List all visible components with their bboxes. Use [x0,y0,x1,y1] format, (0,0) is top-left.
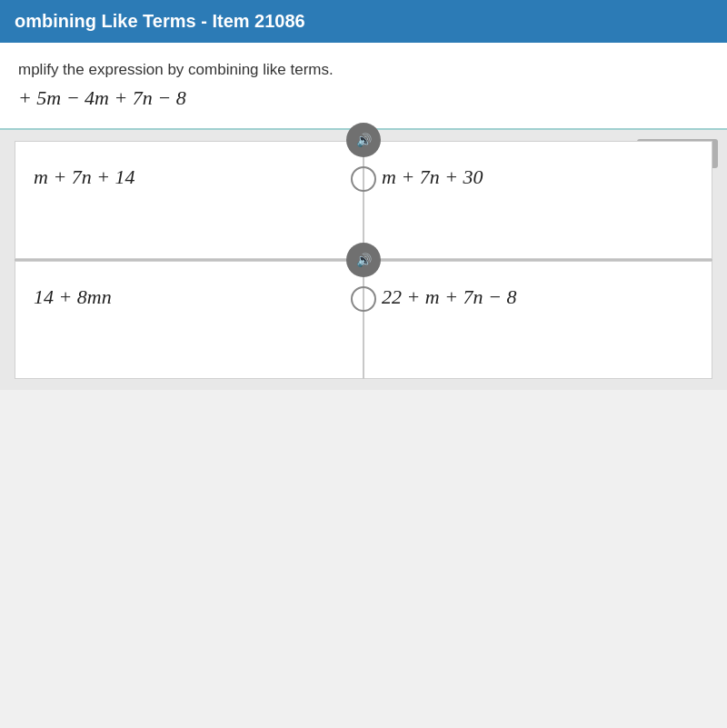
option-cell-b: m + 7n + 30 [364,141,712,259]
header: ombining Like Terms - Item 21086 [0,0,727,43]
option-cell-c: 14 + 8mn [15,261,364,379]
radio-button-bottom[interactable] [351,286,376,312]
bottom-row: 14 + 8mn 22 + m + 7n − 8 🔊 [15,261,712,379]
options-wrapper: m + 7n + 14 m + 7n + 30 🔊 14 + 8mn [15,141,712,379]
option-cell-a: m + 7n + 14 [15,141,364,259]
question-expression: + 5m − 4m + 7n − 8 [18,86,709,110]
top-center-controls: 🔊 [346,123,381,192]
speaker-icon-top: 🔊 [356,133,372,147]
option-c-text: 14 + 8mn [34,284,112,312]
radio-button-top[interactable] [351,166,376,192]
audio-button-top[interactable]: 🔊 [346,123,381,157]
option-cell-d: 22 + m + 7n − 8 [364,261,712,379]
option-d-text: 22 + m + 7n − 8 [382,284,516,312]
answer-area: CLEAR m + 7n + 14 m + 7n + 30 🔊 [0,130,727,390]
option-a-text: m + 7n + 14 [34,164,135,192]
option-b-text: m + 7n + 30 [382,164,483,192]
page-title: ombining Like Terms - Item 21086 [15,11,305,31]
bottom-center-controls: 🔊 [346,243,381,312]
question-instruction: mplify the expression by combining like … [18,61,709,79]
speaker-icon-bottom: 🔊 [356,253,372,267]
question-section: mplify the expression by combining like … [0,43,727,130]
top-row: m + 7n + 14 m + 7n + 30 🔊 [15,141,712,259]
audio-button-bottom[interactable]: 🔊 [346,243,381,277]
